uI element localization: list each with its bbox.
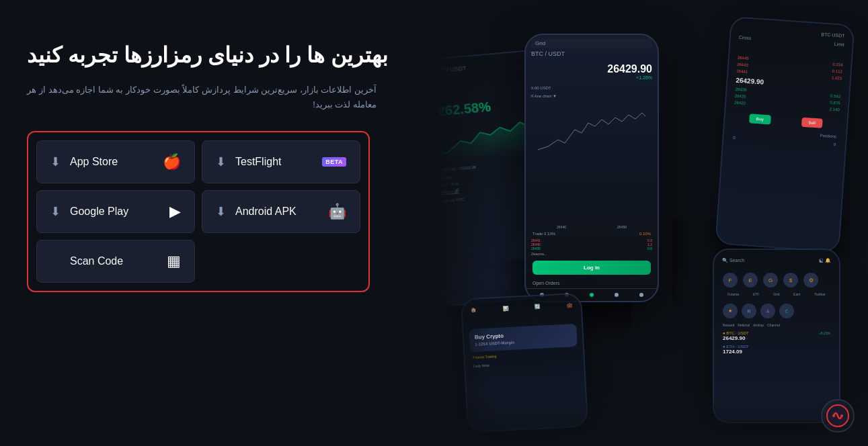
ob-mini: 264410.3 264401.2 264300.8 2leacma... — [526, 237, 658, 257]
testflight-button[interactable]: ⬇ TestFlight BETA — [202, 140, 360, 183]
android-apk-button[interactable]: ⬇ Android APK 🤖 — [202, 190, 360, 233]
phone-right-screen: BTC·USDT CrossLimit 264450.234 264430.11… — [717, 17, 854, 251]
phone-main-screen: Grid BTC / USDT 26429.90 +1.26% 0.00 USD… — [526, 35, 658, 301]
social-icon-4: C — [779, 304, 794, 318]
logo-bottom-right — [821, 399, 855, 433]
download-section: ⬇ TestFlight BETA ⬇ App Store 🍎 ⬇ Androi… — [27, 131, 370, 292]
grid-icon: G — [763, 273, 778, 287]
futures-icon: F — [723, 273, 738, 287]
phone-btm-left-screen: 🏠 📊 🔄 💼 Buy Crypto 1-125X USDT-Margin Fu… — [462, 294, 587, 432]
appstore-label: App Store — [70, 156, 153, 168]
social-icon-2: R — [742, 304, 756, 318]
left-panel: بهترین ها را در دنیای رمزارزها تجربه کنی… — [0, 0, 437, 446]
earn-label: Earn — [793, 292, 801, 296]
phone-group: BTC / USDT 262.58% 21056.32 - 29333.98 — [450, 13, 847, 437]
phone-right-bottom: 🔍 Search ⬕ 🔔 F E G $ ⚙ Futures ETF Grid — [713, 249, 840, 423]
ticker-btc: ● BTC · USDT 26429.90 +5.21% — [719, 329, 834, 343]
grid-tab: Grid — [773, 292, 779, 296]
scancode-label: Scan Code — [70, 255, 157, 267]
beta-badge: BETA — [322, 157, 346, 167]
open-orders-label: Open Orders — [526, 278, 658, 288]
price-ticks: 2644026450 — [526, 224, 658, 230]
icons-row: ⬕ 🔔 — [819, 258, 831, 263]
price-change: +1.26% — [531, 75, 652, 80]
usdt-label: 0.00 USDT — [526, 83, 658, 93]
chart-area — [526, 99, 658, 224]
googleplay-icon: ▶ — [169, 203, 181, 220]
nav-trade — [590, 293, 594, 297]
download-icon-testflight: ⬇ — [216, 154, 226, 169]
scancode-button[interactable]: ⬇ Scan Code ▦ — [36, 240, 195, 283]
appstore-button[interactable]: ⬇ App Store 🍎 — [36, 140, 195, 183]
airdrop-label: Airdrop — [753, 323, 764, 327]
earn-icon: $ — [783, 273, 798, 287]
ticker-eth: ● ETH · USDT 1724.09 — [719, 343, 834, 356]
reward-label: Reward — [723, 323, 734, 327]
svg-point-3 — [840, 414, 843, 417]
svg-point-2 — [832, 414, 835, 417]
social-icon-1: ★ — [723, 304, 738, 318]
googleplay-button[interactable]: ⬇ Google Play ▶ — [36, 190, 195, 233]
android-icon: 🤖 — [328, 203, 346, 220]
grid-label: Grid — [531, 39, 652, 48]
logo-svg — [826, 404, 850, 428]
etf-icon: E — [743, 273, 758, 287]
referral-label: Referral — [738, 323, 750, 327]
download-icon-appstore: ⬇ — [50, 154, 61, 169]
googleplay-label: Google Play — [70, 206, 160, 218]
search-label: 🔍 Search — [722, 258, 744, 263]
main-chart-svg — [529, 103, 654, 157]
home-icon-btm: 🏠 — [471, 308, 477, 313]
toolbar-label: Toolbar — [814, 292, 825, 296]
spread-info: Trade 0.10% 0.10% — [526, 230, 658, 237]
phone-right-top: BTC·USDT CrossLimit 264450.234 264430.11… — [715, 16, 855, 253]
trade-icon-btm: 🔄 — [535, 304, 541, 310]
testflight-label: TestFlight — [235, 156, 313, 168]
qr-icon: ▦ — [167, 253, 181, 270]
toolbar-icon: ⚙ — [803, 273, 818, 287]
future-label: Futures — [727, 292, 739, 296]
scancode-wrapper: ⬇ Scan Code ▦ — [36, 240, 195, 283]
download-icon-gplay: ⬇ — [50, 204, 61, 219]
chart-type-label: K-line chart ▼ — [526, 93, 658, 99]
price-big: 26429.90 — [531, 63, 652, 75]
price-display: 26429.90 +1.26% — [526, 60, 658, 83]
order-book: 264450.234 264430.112 264411.023 26429.9… — [732, 54, 846, 114]
nav-wallet — [639, 293, 643, 297]
subtitle: آخرین اطلاعات بازار، سریع‌ترین شرایط پرد… — [27, 83, 377, 112]
pair-btcusdt: BTC / USDT — [526, 48, 658, 60]
etf-label: ETF — [753, 292, 759, 296]
market-icon-btm: 📊 — [502, 306, 508, 311]
social-icons: ★ R A C Reward Referral Airdrop Channel — [719, 301, 834, 329]
phone-btm-left: 🏠 📊 🔄 💼 Buy Crypto 1-125X USDT-Margin Fu… — [461, 292, 588, 433]
market-icons: F E G $ ⚙ — [719, 266, 834, 291]
right-panel: BTC / USDT 262.58% 21056.32 - 29333.98 — [437, 0, 868, 446]
download-grid: ⬇ TestFlight BETA ⬇ App Store 🍎 ⬇ Androi… — [36, 140, 360, 283]
social-icon-3: A — [760, 304, 775, 318]
headline: بهترین ها را در دنیای رمزارزها تجربه کنی… — [27, 40, 388, 71]
androidapk-label: Android APK — [235, 206, 319, 218]
wallet-icon-btm: 💼 — [566, 302, 572, 308]
login-button-phone[interactable]: Log in — [532, 261, 651, 275]
channel-label: Channel — [767, 323, 780, 327]
logo-circle — [821, 399, 855, 433]
download-icon-android: ⬇ — [216, 204, 226, 219]
apple-icon: 🍎 — [163, 153, 181, 171]
phone-rb-screen: 🔍 Search ⬕ 🔔 F E G $ ⚙ Futures ETF Grid — [714, 250, 839, 422]
page-container: بهترین ها را در دنیای رمزارزها تجربه کنی… — [0, 0, 868, 446]
phone-main: Grid BTC / USDT 26429.90 +1.26% 0.00 USD… — [524, 34, 659, 302]
nav-more — [615, 293, 619, 297]
